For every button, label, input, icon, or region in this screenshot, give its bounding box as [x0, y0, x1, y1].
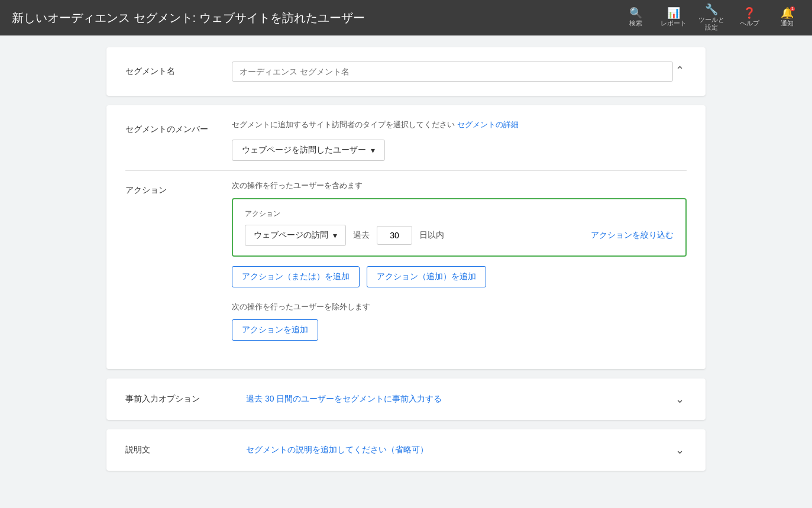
within-text: 日以内 — [419, 230, 444, 241]
add-action-buttons: アクション（または）を追加 アクション（追加）を追加 — [232, 266, 687, 287]
main-content: セグメント名 ⌃ セグメントのメンバー セグメントに追加するサイト訪問者のタイプ… — [0, 35, 812, 483]
description-label: 説明文 — [125, 445, 232, 455]
bell-icon: 🔔 1 — [781, 8, 794, 18]
action-type-value: ウェブページの訪問 — [254, 230, 328, 241]
segment-name-content — [232, 62, 673, 82]
ago-text: 過去 — [353, 230, 370, 241]
nav-report[interactable]: 📊 レポート — [661, 8, 687, 27]
action-box-label: アクション — [245, 209, 674, 219]
add-exclude-action-button[interactable]: アクションを追加 — [232, 319, 318, 341]
segment-members-label: セグメントのメンバー — [125, 119, 232, 135]
tools-icon: 🔧 — [705, 4, 718, 15]
action-box: アクション ウェブページの訪問 ▾ 過去 日以内 アクションを絞り込む — [232, 198, 687, 257]
chevron-down-icon: ⌄ — [675, 393, 684, 406]
add-or-action-button[interactable]: アクション（または）を追加 — [232, 266, 360, 287]
prefill-label: 事前入力オプション — [125, 394, 232, 405]
refine-action-link[interactable]: アクションを絞り込む — [591, 230, 674, 241]
notification-badge: 1 — [790, 7, 795, 11]
description-row: 説明文 セグメントの説明を追加してください（省略可） ⌄ — [125, 441, 687, 459]
action-include-description: 次の操作を行ったユーザーを含めます — [232, 180, 687, 191]
description-card: 説明文 セグメントの説明を追加してください（省略可） ⌄ — [106, 429, 706, 471]
member-type-value: ウェブページを訪問したユーザー — [242, 145, 366, 156]
nav-notify-label: 通知 — [781, 20, 794, 27]
prefill-row: 事前入力オプション 過去 30 日間のユーザーをセグメントに事前入力する ⌄ — [125, 390, 687, 408]
description-value: セグメントの説明を追加してください（省略可） — [246, 445, 428, 455]
nav-notify[interactable]: 🔔 1 通知 — [774, 8, 800, 27]
segment-name-input[interactable] — [232, 62, 673, 82]
app-header: 新しいオーディエンス セグメント: ウェブサイトを訪れたユーザー 🔍 検索 📊 … — [0, 0, 812, 35]
nav-report-label: レポート — [661, 20, 687, 27]
report-icon: 📊 — [667, 8, 680, 18]
dropdown-chevron-icon: ▾ — [371, 145, 375, 155]
prefill-collapse-button[interactable]: ⌄ — [673, 390, 687, 408]
segment-members-card: セグメントのメンバー セグメントに追加するサイト訪問者のタイプを選択してください… — [106, 105, 706, 369]
segment-members-content: セグメントに追加するサイト訪問者のタイプを選択してください セグメントの詳細 ウ… — [232, 119, 687, 161]
nav-help[interactable]: ❓ ヘルプ — [736, 8, 762, 27]
prefill-value: 過去 30 日間のユーザーをセグメントに事前入力する — [246, 394, 442, 405]
exclude-description: 次の操作を行ったユーザーを除外します — [232, 302, 687, 312]
prefill-left: 事前入力オプション 過去 30 日間のユーザーをセグメントに事前入力する — [125, 394, 442, 405]
action-content: 次の操作を行ったユーザーを含めます アクション ウェブページの訪問 ▾ 過去 日… — [232, 180, 687, 355]
chevron-down-icon-2: ⌄ — [675, 444, 684, 457]
action-type-dropdown[interactable]: ウェブページの訪問 ▾ — [245, 225, 346, 246]
days-input[interactable] — [377, 226, 412, 245]
search-icon: 🔍 — [629, 8, 642, 18]
card-divider — [125, 170, 687, 171]
description-collapse-button[interactable]: ⌄ — [673, 441, 687, 459]
action-dropdown-chevron-icon: ▾ — [333, 231, 337, 240]
description-left: 説明文 セグメントの説明を追加してください（省略可） — [125, 445, 428, 455]
add-and-action-button[interactable]: アクション（追加）を追加 — [367, 266, 486, 287]
member-type-dropdown[interactable]: ウェブページを訪問したユーザー ▾ — [232, 140, 385, 161]
header-nav: 🔍 検索 📊 レポート 🔧 ツールと設定 ❓ ヘルプ 🔔 1 通知 — [623, 4, 800, 31]
segment-name-label: セグメント名 — [125, 62, 232, 77]
member-description: セグメントに追加するサイト訪問者のタイプを選択してください セグメントの詳細 — [232, 119, 687, 130]
segment-detail-link[interactable]: セグメントの詳細 — [457, 120, 519, 129]
exclude-action-buttons: アクションを追加 — [232, 319, 687, 341]
nav-tools[interactable]: 🔧 ツールと設定 — [698, 4, 724, 31]
segment-name-collapse-button[interactable]: ⌃ — [673, 62, 687, 79]
help-icon: ❓ — [743, 8, 756, 18]
segment-name-card: セグメント名 ⌃ — [106, 47, 706, 96]
prefill-card: 事前入力オプション 過去 30 日間のユーザーをセグメントに事前入力する ⌄ — [106, 378, 706, 420]
nav-tools-label: ツールと設定 — [698, 16, 724, 31]
action-label: アクション — [125, 180, 232, 196]
nav-help-label: ヘルプ — [740, 20, 759, 27]
action-row: ウェブページの訪問 ▾ 過去 日以内 アクションを絞り込む — [245, 225, 674, 246]
nav-search[interactable]: 🔍 検索 — [623, 8, 649, 27]
nav-search-label: 検索 — [629, 20, 642, 27]
page-title: 新しいオーディエンス セグメント: ウェブサイトを訪れたユーザー — [12, 10, 623, 26]
